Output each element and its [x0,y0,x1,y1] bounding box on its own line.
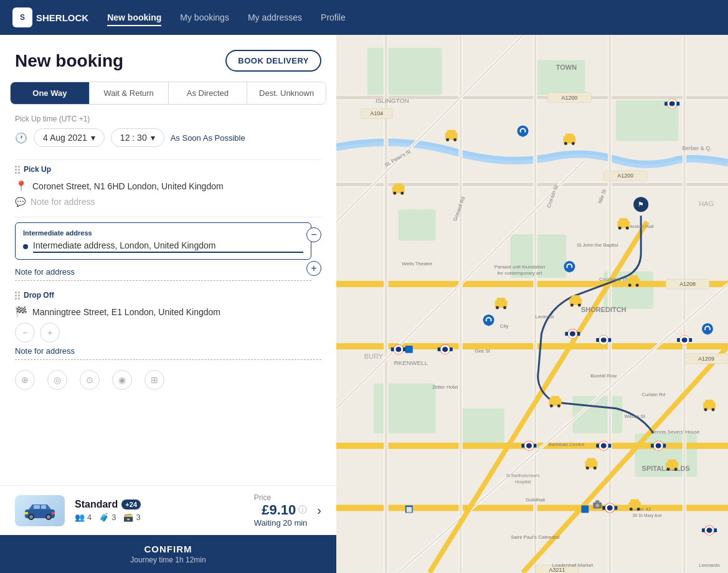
svg-rect-161 [602,506,617,509]
svg-text:30 St Mary Axe: 30 St Mary Axe [633,513,662,518]
dropoff-note-label[interactable]: Note for address [15,346,321,356]
nav-new-booking[interactable]: New booking [107,9,161,26]
svg-text:Hospital: Hospital [515,480,531,485]
svg-text:SPITALFIELDS: SPITALFIELDS [642,465,690,472]
book-delivery-button[interactable]: BOOK DELIVERY [225,50,321,72]
svg-text:⬜: ⬜ [406,506,412,513]
svg-point-100 [564,142,567,145]
price-label: Price [254,493,308,502]
svg-point-113 [578,304,581,307]
pickup-address-row: 📍 Coronet Street, N1 6HD London, United … [15,178,321,194]
svg-text:HAG: HAG [699,200,714,207]
pickup-address[interactable]: Coronet Street, N1 6HD London, United Ki… [32,181,321,191]
svg-rect-170 [677,338,692,342]
svg-rect-155 [596,444,611,448]
pickup-note-field[interactable]: 💬 Note for address [15,194,321,209]
intermediate-address-input[interactable] [33,240,303,253]
svg-rect-3 [41,505,46,509]
seats-count: 4 [87,513,92,522]
price-info-icon[interactable]: ⓘ [298,504,307,516]
pickup-note-text: Note for address [31,197,321,207]
note-dashed-divider [15,280,311,281]
intermediate-address-row [23,240,303,253]
suitcase-icon: 🗃️ [123,513,133,522]
svg-point-128 [586,466,589,470]
svg-point-97 [453,138,456,141]
booking-tabs: One Way Wait & Return As Directed Dest. … [10,82,326,105]
action-icon-2[interactable]: ◎ [47,370,67,390]
svg-rect-152 [522,444,537,448]
svg-point-120 [628,284,631,287]
drag-handle-dropoff[interactable] [15,291,20,300]
action-icon-3[interactable]: ⊙ [80,370,100,390]
dropoff-minus-button[interactable]: − [15,323,35,343]
svg-point-124 [550,404,553,407]
price-value: £9.10 [262,502,296,518]
svg-text:A1209: A1209 [698,356,714,362]
nav-my-bookings[interactable]: My bookings [180,9,229,26]
add-intermediate-button[interactable]: + [306,261,321,276]
svg-text:Wilson St: Wilson St [624,414,645,419]
action-icon-4[interactable]: ◉ [112,370,132,390]
tab-wait-return[interactable]: Wait & Return [90,82,169,104]
svg-rect-143 [391,348,406,351]
intermediate-note-label[interactable]: Note for address [15,267,311,277]
svg-point-133 [637,508,640,511]
svg-text:A1200: A1200 [561,95,577,101]
large-bags-count: 3 [136,513,140,522]
svg-text:A104: A104 [370,110,383,116]
tab-one-way[interactable]: One Way [11,82,90,104]
pickup-time-label: Pick Up time (UTC +1) [15,115,321,123]
svg-text:BURY: BURY [364,353,384,360]
confirm-bar[interactable]: CONFIRM Journey time 1h 12min [0,535,336,573]
svg-point-129 [593,466,597,470]
main-layout: New booking BOOK DELIVERY One Way Wait &… [0,35,728,573]
intermediate-note-wrapper: Note for address [15,267,311,281]
dropoff-note-wrapper: Note for address [15,346,321,360]
svg-point-7 [47,515,50,519]
dropoff-address[interactable]: Manningtree Street, E1 London, United Ki… [32,307,321,317]
svg-point-104 [393,192,396,195]
svg-point-101 [572,142,575,145]
dropoff-section: Drop Off 🏁 Manningtree Street, E1 London… [15,291,321,360]
svg-text:Zetter Hotel: Zetter Hotel [432,384,458,390]
drag-handle-pickup[interactable] [15,166,20,174]
date-select[interactable]: 4 Aug 2021 ▾ [34,128,105,147]
action-icon-5[interactable]: ⊞ [144,370,164,390]
svg-rect-139 [705,400,714,404]
dropoff-flag-icon: 🏁 [15,306,27,318]
nav-my-addresses[interactable]: My addresses [248,9,302,26]
tab-dest-unknown[interactable]: Dest. Unknown [247,82,326,104]
vehicle-next-button[interactable]: › [317,503,321,518]
svg-text:St Bartholomew's: St Bartholomew's [506,473,541,478]
intermediate-dot-icon [23,244,28,249]
nav-profile[interactable]: Profile [321,9,346,26]
svg-text:ISLINGTON: ISLINGTON [376,97,409,104]
map-area[interactable]: A1200 A104 A1200 A1208 A1209 A3211 TOWN … [336,35,728,573]
svg-rect-115 [619,218,628,222]
svg-rect-9 [52,512,55,514]
svg-rect-164 [702,528,717,532]
time-select[interactable]: 12 : 30 ▾ [111,128,164,147]
svg-point-141 [712,408,715,411]
price-info-block: Price £9.10 ⓘ Waiting 20 min [254,493,308,528]
vehicle-name-row: Standard +24 [75,499,244,510]
svg-text:Parasol unit foundation: Parasol unit foundation [494,264,546,270]
intermediate-label: Intermediate address [23,229,303,237]
large-bags-feature: 🗃️ 3 [123,513,140,522]
vehicle-section: Standard +24 👥 4 🧳 3 🗃️ 3 [0,485,336,535]
divider-1 [15,159,321,160]
navbar: S SHERLOCK New booking My bookings My ad… [0,0,728,35]
action-icon-1[interactable]: ⊕ [15,370,35,390]
svg-point-137 [674,468,678,471]
svg-rect-158 [651,444,666,448]
people-icon: 👥 [75,513,85,522]
dropoff-plus-button[interactable]: + [40,323,60,343]
remove-intermediate-button[interactable]: − [306,227,321,242]
svg-rect-17 [374,384,436,433]
svg-text:Guildhall: Guildhall [526,497,545,503]
tab-as-directed[interactable]: As Directed [169,82,248,104]
svg-text:Saint Paul's Cathedral: Saint Paul's Cathedral [511,534,560,540]
svg-point-112 [570,304,574,307]
svg-point-176 [595,503,599,507]
